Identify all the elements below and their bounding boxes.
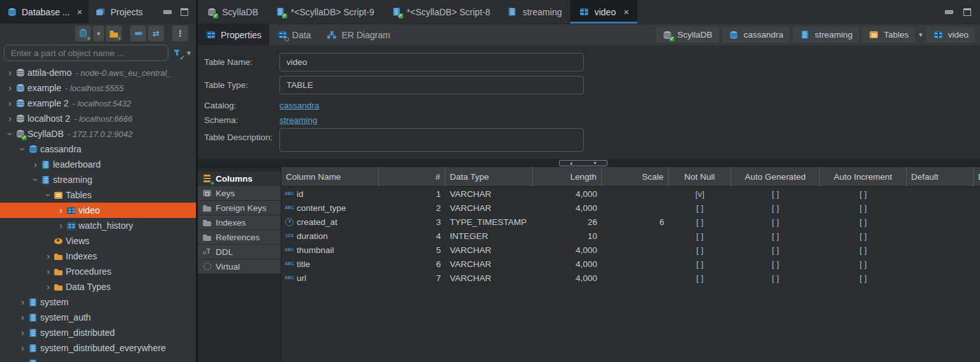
cell-auto_generated-id[interactable]: [ ] — [731, 187, 820, 201]
collapse-all-button[interactable] — [130, 25, 146, 41]
filter-icon[interactable]: ✓ — [172, 48, 182, 58]
cell-auto_increment-duration[interactable]: [ ] — [820, 229, 907, 243]
column-header-column-name[interactable]: Column Name — [281, 167, 379, 187]
cell-num-thumbnail[interactable]: 5 — [379, 243, 445, 257]
cell-length-content-type[interactable]: 4,000 — [533, 201, 602, 215]
view-menu-button[interactable]: ⋮ — [172, 25, 188, 41]
tree-item-scylladb[interactable]: ›✓ScyllaDB- 172.17.0.2:9042 — [0, 126, 196, 141]
cell-length-title[interactable]: 4,000 — [533, 257, 602, 271]
maximize-icon[interactable] — [181, 8, 188, 16]
breadcrumb-streaming[interactable]: streaming — [793, 27, 859, 43]
cell-not_null-thumbnail[interactable]: [ ] — [669, 243, 731, 257]
column-header-auto-generated[interactable]: Auto Generated — [731, 167, 820, 187]
window-maximize-icon[interactable] — [963, 8, 971, 16]
column-header-length[interactable]: Length — [533, 167, 602, 187]
chevron-collapsed-icon[interactable]: › — [31, 160, 40, 169]
table-type-field[interactable] — [279, 76, 584, 94]
cell-scale-content-type[interactable] — [602, 201, 669, 215]
cell-scale-created-at[interactable]: 6 — [602, 215, 669, 229]
splitter-up-button[interactable]: ▲ — [560, 161, 583, 166]
cell-trail-title[interactable] — [974, 257, 980, 271]
cell-not_null-id[interactable]: [v] — [669, 187, 731, 201]
panel-splitter[interactable]: ▲ ▼ — [198, 159, 980, 167]
tree-item-system-auth[interactable]: ›system_auth — [0, 310, 196, 325]
cell-name-thumbnail[interactable]: ABCthumbnail — [281, 243, 379, 257]
close-icon[interactable]: × — [623, 7, 629, 17]
tree-item-cassandra[interactable]: ›cassandra — [0, 141, 196, 157]
tree-item-example[interactable]: ›example- localhost:5555 — [0, 80, 196, 96]
chevron-expanded-icon[interactable]: › — [44, 191, 53, 200]
cell-trail-id[interactable] — [974, 187, 980, 201]
editor-tab-scylladb-script-9[interactable]: ✓*<ScyllaDB> Script-9 — [267, 0, 383, 24]
cell-auto_increment-created-at[interactable]: [ ] — [820, 215, 907, 229]
section-menu-virtual[interactable]: Virtual — [198, 259, 281, 274]
tab-database-navigator[interactable]: Database ... × — [0, 0, 89, 24]
chevron-collapsed-icon[interactable]: › — [56, 221, 66, 230]
cell-num-duration[interactable]: 4 — [379, 229, 445, 243]
cell-scale-duration[interactable] — [602, 229, 669, 243]
section-menu-indexes[interactable]: Indexes — [198, 215, 281, 230]
tree-item-tables[interactable]: ›Tables — [0, 187, 196, 203]
cell-name-url[interactable]: ABCurl — [281, 271, 379, 285]
cell-scale-title[interactable] — [602, 257, 669, 271]
cell-not_null-url[interactable]: [ ] — [669, 271, 731, 285]
tree-item-leaderboard[interactable]: ›leaderboard — [0, 157, 196, 172]
chevron-collapsed-icon[interactable]: › — [5, 83, 15, 92]
cell-length-id[interactable]: 4,000 — [533, 187, 602, 201]
cell-auto_increment-id[interactable]: [ ] — [820, 187, 907, 201]
tree-item-video[interactable]: ›video — [0, 203, 196, 218]
cell-auto_generated-duration[interactable]: [ ] — [731, 229, 820, 243]
cell-type-url[interactable]: VARCHAR — [445, 271, 533, 285]
chevron-expanded-icon[interactable]: › — [31, 175, 40, 185]
tree-item-streaming[interactable]: ›streaming — [0, 172, 196, 187]
cell-length-url[interactable]: 4,000 — [533, 271, 602, 285]
chevron-collapsed-icon[interactable]: › — [43, 267, 53, 276]
chevron-collapsed-icon[interactable]: › — [5, 68, 15, 77]
close-icon[interactable]: × — [77, 7, 83, 17]
new-connection-button[interactable]: + — [75, 25, 91, 41]
editor-tab-scylladb-script-8[interactable]: ✓*<ScyllaDB> Script-8 — [383, 0, 499, 24]
cell-length-thumbnail[interactable]: 4,000 — [533, 243, 602, 257]
chevron-collapsed-icon[interactable]: › — [43, 282, 53, 291]
subtab-data[interactable]: Data — [269, 24, 319, 45]
chevron-collapsed-icon[interactable]: › — [5, 114, 15, 123]
cell-type-created-at[interactable]: TYPE_TIMESTAMP — [445, 215, 533, 229]
column-header-default[interactable]: Default — [907, 167, 974, 187]
breadcrumb-cassandra[interactable]: cassandra — [722, 27, 790, 43]
cell-auto_generated-title[interactable]: [ ] — [731, 257, 820, 271]
cell-trail-url[interactable] — [974, 271, 980, 285]
cell-num-content-type[interactable]: 2 — [379, 201, 445, 215]
chevron-collapsed-icon[interactable]: › — [56, 206, 66, 215]
object-filter-input[interactable] — [4, 45, 168, 61]
column-header-scale[interactable]: Scale — [602, 167, 669, 187]
column-header-auto-increment[interactable]: Auto Increment — [820, 167, 907, 187]
tree-item-partial[interactable]: › — [0, 356, 196, 362]
cell-type-content-type[interactable]: VARCHAR — [445, 201, 533, 215]
section-menu-references[interactable]: References — [198, 230, 281, 245]
cell-auto_generated-url[interactable]: [ ] — [731, 271, 820, 285]
minimize-icon[interactable] — [163, 10, 172, 14]
cell-not_null-duration[interactable]: [ ] — [669, 229, 731, 243]
tree-item-watch-history[interactable]: ›watch_history — [0, 218, 196, 233]
cell-default-id[interactable] — [907, 187, 974, 201]
tree-item-example-2[interactable]: ›example 2- localhost:5432 — [0, 96, 196, 111]
tree-item-indexes[interactable]: ›Indexes — [0, 249, 196, 264]
cell-num-created-at[interactable]: 3 — [379, 215, 445, 229]
column-header-not-null[interactable]: Not Null — [669, 167, 731, 187]
cell-name-id[interactable]: ABCid — [281, 187, 379, 201]
chevron-expanded-icon[interactable]: › — [6, 129, 15, 139]
cell-type-duration[interactable]: INTEGER — [445, 229, 533, 243]
chevron-collapsed-icon[interactable]: › — [18, 313, 27, 322]
breadcrumb-tables[interactable]: Tables — [862, 27, 915, 43]
chevron-collapsed-icon[interactable]: › — [18, 344, 27, 352]
tree-item-data-types[interactable]: ›Data Types — [0, 279, 196, 294]
cell-num-id[interactable]: 1 — [379, 187, 445, 201]
cell-default-created-at[interactable] — [907, 215, 974, 229]
cell-name-title[interactable]: ABCtitle — [281, 257, 379, 271]
table-name-field[interactable] — [279, 53, 584, 71]
tree-item-system-distributed-everywhere[interactable]: ›system_distributed_everywhere — [0, 340, 196, 356]
chevron-collapsed-icon[interactable]: › — [18, 298, 27, 307]
cell-default-title[interactable] — [907, 257, 974, 271]
cell-auto_increment-thumbnail[interactable]: [ ] — [820, 243, 907, 257]
breadcrumb-video[interactable]: video — [926, 27, 975, 43]
